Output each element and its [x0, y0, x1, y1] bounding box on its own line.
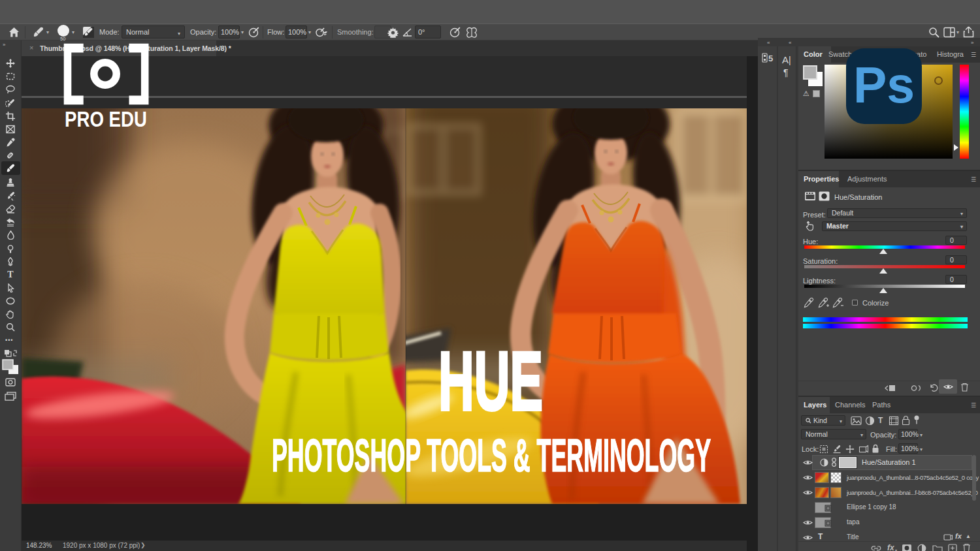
svg-text:T: T [7, 270, 14, 279]
svg-text:HUE: HUE [438, 334, 543, 428]
svg-text:5: 5 [768, 54, 773, 63]
svg-text:PRO EDU: PRO EDU [65, 107, 147, 131]
svg-text:PHOTOSHOP TOOLS & TERMINOLOGY: PHOTOSHOP TOOLS & TERMINOLOGY [272, 430, 711, 481]
